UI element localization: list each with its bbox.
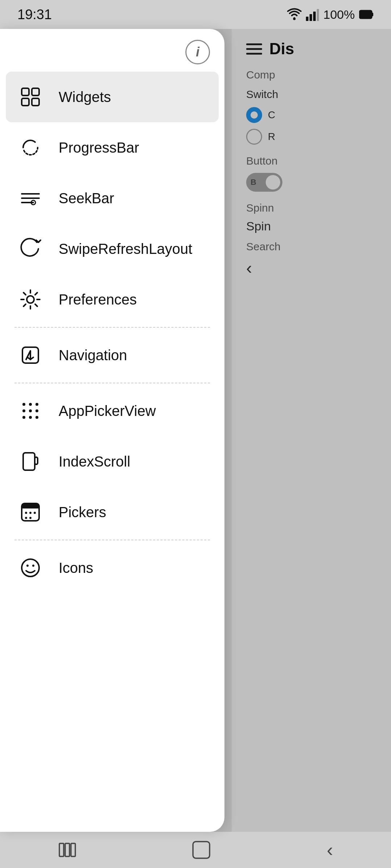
svg-rect-6 bbox=[372, 13, 373, 16]
svg-point-19 bbox=[35, 403, 38, 406]
svg-rect-9 bbox=[22, 98, 29, 106]
svg-point-30 bbox=[25, 512, 27, 514]
status-bar: 19:31 100% bbox=[0, 0, 391, 29]
indexscroll-icon bbox=[18, 449, 43, 474]
progressbar-icon bbox=[18, 135, 43, 160]
divider-after-preferences bbox=[0, 327, 224, 328]
menu-item-widgets[interactable]: Widgets bbox=[6, 72, 219, 122]
navigation-icon bbox=[18, 343, 43, 367]
svg-point-36 bbox=[26, 565, 29, 567]
widgets-label: Widgets bbox=[59, 89, 111, 105]
pickers-label: Pickers bbox=[59, 504, 106, 520]
svg-point-24 bbox=[29, 416, 32, 419]
svg-point-0 bbox=[293, 18, 296, 20]
swiperefresh-label: SwipeRefreshLayout bbox=[59, 241, 192, 257]
svg-point-15 bbox=[27, 296, 34, 303]
status-icons: 100% bbox=[287, 8, 374, 22]
nav-bar: ‹ bbox=[0, 832, 391, 868]
menu-item-appickerview[interactable]: AppPickerView bbox=[0, 386, 224, 436]
svg-rect-39 bbox=[65, 843, 70, 856]
svg-point-37 bbox=[32, 565, 34, 567]
menu-item-seekbar[interactable]: SeekBar bbox=[0, 173, 224, 224]
preferences-icon bbox=[18, 287, 43, 312]
svg-point-31 bbox=[29, 512, 31, 514]
seekbar-icon bbox=[18, 186, 43, 210]
menu-item-indexscroll[interactable]: IndexScroll bbox=[0, 436, 224, 487]
menu-item-preferences[interactable]: Preferences bbox=[0, 274, 224, 325]
appickerview-label: AppPickerView bbox=[59, 403, 156, 419]
svg-rect-38 bbox=[59, 843, 64, 856]
icons-label: Icons bbox=[59, 560, 93, 576]
divider-after-navigation bbox=[0, 383, 224, 383]
svg-rect-8 bbox=[32, 88, 39, 95]
svg-rect-29 bbox=[22, 503, 39, 509]
menu-item-progressbar[interactable]: ProgressBar bbox=[0, 122, 224, 173]
svg-rect-7 bbox=[22, 88, 29, 95]
svg-point-34 bbox=[29, 517, 31, 519]
preferences-label: Preferences bbox=[59, 292, 137, 308]
menu-item-icons[interactable]: Icons bbox=[0, 542, 224, 593]
svg-point-33 bbox=[25, 517, 27, 519]
status-time: 19:31 bbox=[17, 7, 52, 22]
signal-icon bbox=[306, 8, 319, 21]
svg-rect-1 bbox=[306, 17, 308, 21]
svg-point-20 bbox=[22, 409, 25, 412]
widgets-icon bbox=[18, 85, 43, 109]
battery-text: 100% bbox=[323, 8, 355, 22]
menu-item-swiperefresh[interactable]: SwipeRefreshLayout bbox=[0, 224, 224, 274]
indexscroll-label: IndexScroll bbox=[59, 454, 130, 470]
svg-point-35 bbox=[22, 559, 39, 576]
svg-rect-5 bbox=[360, 10, 372, 18]
svg-rect-27 bbox=[35, 457, 38, 464]
menu-list: Widgets ProgressBar SeekBar SwipeRefresh… bbox=[0, 72, 224, 593]
navigation-label: Navigation bbox=[59, 347, 127, 363]
svg-point-17 bbox=[22, 403, 25, 406]
menu-item-pickers[interactable]: Pickers bbox=[0, 487, 224, 537]
svg-rect-41 bbox=[193, 842, 210, 858]
drawer-info-row: i bbox=[0, 36, 224, 72]
svg-point-32 bbox=[34, 512, 36, 514]
home-button[interactable] bbox=[192, 841, 211, 859]
menu-divider bbox=[14, 540, 210, 540]
svg-rect-3 bbox=[313, 12, 316, 21]
svg-point-18 bbox=[29, 403, 32, 406]
info-button[interactable]: i bbox=[185, 40, 210, 64]
svg-rect-4 bbox=[317, 9, 319, 21]
menu-divider bbox=[14, 383, 210, 383]
battery-icon bbox=[359, 9, 374, 20]
svg-rect-10 bbox=[32, 98, 39, 106]
appickerview-icon bbox=[18, 399, 43, 423]
progressbar-label: ProgressBar bbox=[59, 140, 139, 156]
swiperefresh-icon bbox=[18, 237, 43, 261]
svg-rect-26 bbox=[23, 453, 35, 470]
wifi-icon bbox=[287, 8, 302, 21]
svg-point-22 bbox=[35, 409, 38, 412]
svg-point-23 bbox=[22, 416, 25, 419]
divider-after-pickers bbox=[0, 540, 224, 540]
svg-point-21 bbox=[29, 409, 32, 412]
svg-rect-2 bbox=[310, 14, 312, 21]
recent-apps-button[interactable] bbox=[58, 842, 76, 858]
svg-point-25 bbox=[35, 416, 38, 419]
pickers-icon bbox=[18, 500, 43, 524]
menu-divider bbox=[14, 327, 210, 328]
menu-item-navigation[interactable]: Navigation bbox=[0, 330, 224, 380]
svg-rect-40 bbox=[71, 843, 75, 856]
icons-icon bbox=[18, 556, 43, 580]
seekbar-label: SeekBar bbox=[59, 190, 114, 207]
navigation-drawer: i Widgets ProgressBar SeekBar SwipeRefre… bbox=[0, 29, 224, 832]
back-button[interactable]: ‹ bbox=[327, 839, 333, 861]
